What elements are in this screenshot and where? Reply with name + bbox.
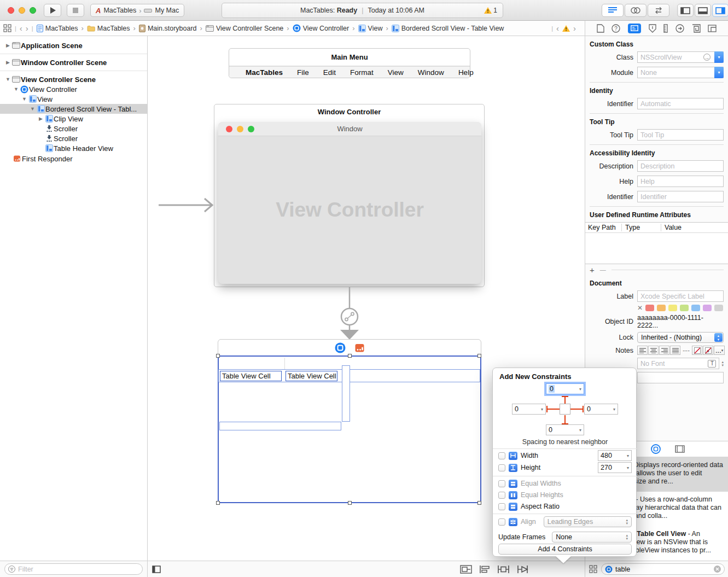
menu-item-format[interactable]: Format [350, 68, 374, 77]
outline-view[interactable]: ▼ View [0, 94, 147, 104]
red-swatch[interactable] [645, 305, 654, 311]
menu-item-file[interactable]: File [297, 68, 309, 77]
previous-issue-button[interactable]: ‹ [556, 24, 559, 33]
outline-scroller-1[interactable]: Scroller [0, 124, 147, 133]
class-dropdown-icon[interactable]: ▾ [714, 51, 724, 63]
add-constraints-icon[interactable] [497, 565, 510, 574]
file-inspector-tab[interactable] [597, 24, 604, 33]
forward-button[interactable]: › [26, 24, 28, 33]
add-constraints-button[interactable]: Add 4 Constraints [498, 544, 632, 555]
filter-field[interactable]: Filter [4, 563, 143, 575]
version-editor-button[interactable] [648, 4, 669, 17]
disclosure-icon[interactable]: ▼ [4, 77, 11, 82]
breadcrumb-project[interactable]: MacTables [37, 25, 78, 32]
menu-item-help[interactable]: Help [458, 68, 474, 77]
font-field[interactable]: No Font T [637, 358, 719, 369]
align-justify-button[interactable] [670, 346, 680, 355]
equal-widths-checkbox[interactable] [498, 480, 505, 487]
update-frames-popup[interactable]: None▴▾ [552, 532, 632, 543]
menu-item-app[interactable]: MacTables [246, 68, 283, 77]
align-right-button[interactable] [659, 346, 669, 355]
align-popup[interactable]: Leading Edges▴▾ [544, 516, 632, 527]
align-icon[interactable] [479, 565, 491, 574]
zoom-traffic-light[interactable] [30, 7, 36, 14]
right-spacing-field[interactable]: 0▾ [584, 404, 618, 415]
disclosure-icon[interactable]: ▼ [13, 86, 20, 92]
related-items-icon[interactable] [3, 24, 11, 32]
scheme-selector[interactable]: A MacTables › My Mac [90, 4, 184, 17]
back-button[interactable]: ‹ [20, 24, 22, 33]
toggle-document-outline-icon[interactable] [152, 566, 161, 573]
window-controller-scene[interactable]: Window Controller Window View Controller [214, 104, 485, 287]
selection-handle[interactable] [477, 354, 481, 358]
identifier-field[interactable]: Automatic [637, 98, 724, 109]
identity-inspector-tab[interactable] [628, 24, 641, 33]
outline-window-controller-scene[interactable]: ▶ Window Controller Scene [0, 57, 147, 67]
col-value[interactable]: Value [661, 224, 728, 231]
green-swatch[interactable] [680, 305, 689, 311]
outline-first-responder[interactable]: First Responder [0, 154, 147, 164]
runtime-attributes-table[interactable]: Key Path Type Value [585, 222, 728, 264]
standard-editor-button[interactable] [602, 4, 624, 17]
main-menu-scene[interactable]: Main Menu MacTables File Edit Format Vie… [229, 48, 470, 78]
module-field[interactable]: None ▾ [637, 67, 724, 78]
segue-connector[interactable] [338, 287, 361, 341]
size-inspector-tab[interactable] [663, 24, 668, 33]
breadcrumb-view-controller[interactable]: View Controller [293, 24, 350, 32]
description-field[interactable]: Description [637, 160, 724, 172]
outline-scroller-2[interactable]: Scroller [0, 133, 147, 143]
align-center-button[interactable] [648, 346, 659, 355]
width-checkbox[interactable] [498, 452, 505, 459]
font-panel-icon[interactable]: T [708, 360, 716, 368]
background-color-button[interactable]: a [703, 346, 713, 355]
attributes-inspector-tab[interactable] [649, 24, 656, 33]
embed-in-stack-icon[interactable] [460, 565, 472, 574]
disclosure-icon[interactable]: ▶ [4, 60, 11, 65]
blue-swatch[interactable] [691, 305, 700, 311]
selection-handle[interactable] [216, 354, 220, 358]
window-mock[interactable]: Window View Controller [218, 122, 481, 284]
bottom-spacing-field[interactable]: 0▾ [546, 424, 584, 435]
help-field[interactable]: Help [637, 176, 724, 187]
remove-attribute-button[interactable]: — [600, 266, 606, 273]
outline-view-controller-scene[interactable]: ▼ View Controller Scene [0, 74, 147, 84]
table-view-cell-1[interactable]: Table View Cell [220, 371, 282, 381]
selection-handle[interactable] [348, 354, 352, 358]
right-ibeam[interactable] [570, 409, 583, 410]
yellow-swatch[interactable] [668, 305, 677, 311]
resolve-autolayout-icon[interactable] [517, 565, 530, 574]
purple-swatch[interactable] [703, 305, 712, 311]
table-view-cell-2[interactable]: Table View Cell [286, 371, 337, 381]
outline-bordered-scroll-view[interactable]: ▼ Bordered Scroll View - Tabl... [0, 104, 147, 114]
doc-label-field[interactable]: Xcode Specific Label [637, 290, 724, 302]
add-attribute-button[interactable]: + [590, 265, 595, 275]
view-controller-icon[interactable] [335, 342, 346, 353]
equal-heights-checkbox[interactable] [498, 492, 505, 499]
col-keypath[interactable]: Key Path [585, 224, 621, 231]
height-checkbox[interactable] [498, 464, 505, 471]
stop-button[interactable] [67, 4, 84, 17]
next-issue-button[interactable]: › [573, 24, 576, 33]
selection-handle[interactable] [477, 501, 481, 505]
outline-view-controller[interactable]: ▼ View Controller [0, 84, 147, 94]
font-stepper[interactable]: ▴▾ [721, 360, 724, 367]
toggle-navigator-button[interactable] [677, 4, 694, 17]
connections-inspector-tab[interactable] [675, 24, 684, 33]
notes-text-field[interactable] [637, 372, 724, 383]
toggle-inspector-button[interactable] [712, 4, 728, 17]
library-search-field[interactable]: table [601, 563, 725, 575]
class-field[interactable]: NSScrollView → ▾ [637, 51, 724, 63]
breadcrumb-scroll-view[interactable]: Bordered Scroll View - Table View [392, 25, 504, 32]
class-jump-icon[interactable]: → [703, 54, 710, 61]
orange-swatch[interactable] [657, 305, 666, 311]
notes-more-button[interactable]: ...▾ [714, 346, 725, 355]
minimize-traffic-light[interactable] [19, 7, 25, 14]
menu-item-edit[interactable]: Edit [323, 68, 336, 77]
disclosure-icon[interactable]: ▶ [37, 116, 44, 121]
assistant-editor-button[interactable] [625, 4, 647, 17]
object-library-tab[interactable] [651, 444, 661, 454]
left-spacing-field[interactable]: 0▾ [512, 404, 546, 415]
disclosure-icon[interactable]: ▼ [21, 96, 28, 102]
align-left-button[interactable] [637, 346, 648, 355]
disclosure-icon[interactable]: ▶ [4, 43, 11, 48]
